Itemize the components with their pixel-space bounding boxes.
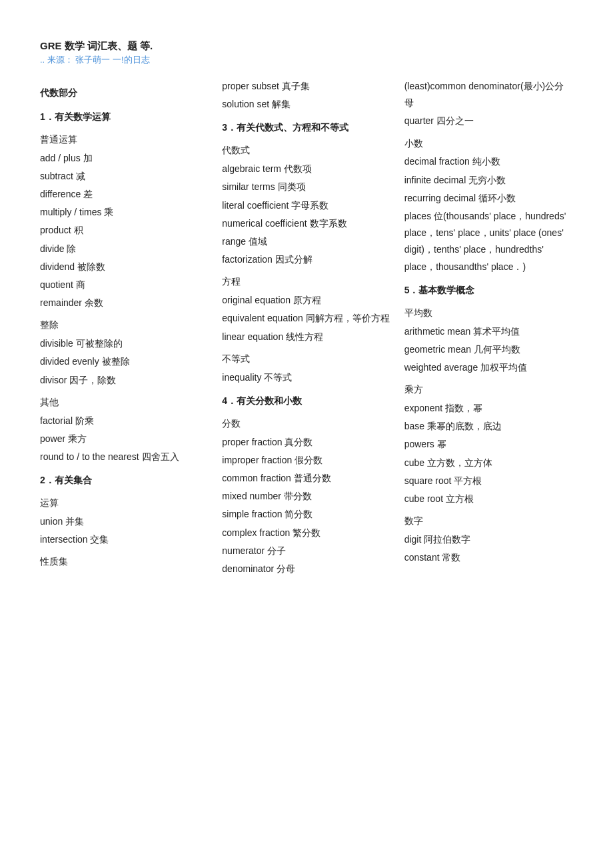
entry: decimal fraction 纯小数 bbox=[404, 153, 573, 170]
entry: cube root 立方根 bbox=[404, 491, 573, 507]
section-heading: 3．有关代数式、方程和不等式 bbox=[222, 119, 390, 137]
entry: subtract 减 bbox=[40, 168, 209, 185]
entry: factorization 因式分解 bbox=[222, 251, 390, 268]
entry: complex fraction 繁分数 bbox=[222, 525, 390, 541]
entry: infinite decimal 无穷小数 bbox=[404, 172, 573, 189]
column-1: 代数部分1．有关数学运算普通运算add / plus 加subtract 减di… bbox=[40, 78, 222, 572]
entry: places 位(thousands' place，hundreds' plac… bbox=[404, 208, 573, 275]
entry: recurring decimal 循环小数 bbox=[404, 190, 573, 207]
sub-heading: 分数 bbox=[222, 415, 390, 433]
entry: quotient 商 bbox=[40, 277, 209, 293]
entry: (least)common denominator(最小)公分母 bbox=[404, 78, 573, 111]
entry: power 乘方 bbox=[40, 431, 209, 447]
column-2: proper subset 真子集solution set 解集3．有关代数式、… bbox=[222, 78, 404, 579]
entry: numerator 分子 bbox=[222, 543, 390, 559]
sub-heading: 数字 bbox=[404, 513, 573, 530]
entry: base 乘幂的底数，底边 bbox=[404, 418, 573, 435]
entry: intersection 交集 bbox=[40, 531, 209, 548]
entry: inequality 不等式 bbox=[222, 369, 390, 386]
entry: cube 立方数，立方体 bbox=[404, 455, 573, 471]
entry: factorial 阶乘 bbox=[40, 413, 209, 429]
entry: exponent 指数，幂 bbox=[404, 400, 573, 417]
entry: range 值域 bbox=[222, 233, 390, 250]
entry: solution set 解集 bbox=[222, 96, 390, 113]
entry: round to / to the nearest 四舍五入 bbox=[40, 449, 209, 465]
sub-heading: 不等式 bbox=[222, 351, 390, 368]
section-heading: 4．有关分数和小数 bbox=[222, 393, 390, 410]
entry: dividend 被除数 bbox=[40, 259, 209, 275]
entry: union 并集 bbox=[40, 513, 209, 530]
entry: powers 幂 bbox=[404, 436, 573, 453]
header-source[interactable]: .. 来源： 张子萌一 一!的日志 bbox=[40, 54, 573, 66]
header-title: GRE 数学 词汇表、题 等. bbox=[40, 40, 153, 51]
entry: divisible 可被整除的 bbox=[40, 335, 209, 352]
entry: proper subset 真子集 bbox=[222, 78, 390, 95]
entry: similar terms 同类项 bbox=[222, 179, 390, 195]
entry: divide 除 bbox=[40, 241, 209, 257]
entry: quarter 四分之一 bbox=[404, 113, 573, 129]
sub-heading: 小数 bbox=[404, 135, 573, 153]
sub-heading: 运算 bbox=[40, 495, 209, 512]
sub-heading: 性质集 bbox=[40, 553, 209, 571]
entry: multiply / times 乘 bbox=[40, 204, 209, 221]
entry: mixed number 带分数 bbox=[222, 488, 390, 505]
entry: divided evenly 被整除 bbox=[40, 353, 209, 370]
entry: equivalent equation 同解方程，等价方程 bbox=[222, 310, 390, 327]
sub-heading: 代数式 bbox=[222, 142, 390, 159]
sub-heading: 其他 bbox=[40, 394, 209, 411]
entry: common fraction 普通分数 bbox=[222, 470, 390, 487]
entry: digit 阿拉伯数字 bbox=[404, 531, 573, 548]
entry: simple fraction 简分数 bbox=[222, 506, 390, 523]
entry: remainder 余数 bbox=[40, 295, 209, 311]
entry: difference 差 bbox=[40, 186, 209, 203]
column-3: (least)common denominator(最小)公分母quarter … bbox=[404, 78, 573, 567]
sub-heading: 平均数 bbox=[404, 305, 573, 322]
sub-heading: 乘方 bbox=[404, 381, 573, 399]
section-heading: 2．有关集合 bbox=[40, 472, 209, 489]
entry: weighted average 加权平均值 bbox=[404, 359, 573, 376]
entry: algebraic term 代数项 bbox=[222, 161, 390, 177]
entry: geometric mean 几何平均数 bbox=[404, 341, 573, 358]
entry: original equation 原方程 bbox=[222, 292, 390, 309]
section-heading: 5．基本数学概念 bbox=[404, 282, 573, 299]
section-heading: 1．有关数学运算 bbox=[40, 109, 209, 126]
entry: product 积 bbox=[40, 222, 209, 239]
entry: add / plus 加 bbox=[40, 150, 209, 167]
entry: divisor 因子，除数 bbox=[40, 372, 209, 389]
entry: literal coefficient 字母系数 bbox=[222, 197, 390, 214]
sub-heading: 整除 bbox=[40, 317, 209, 334]
entry: denominator 分母 bbox=[222, 561, 390, 577]
entry: linear equation 线性方程 bbox=[222, 329, 390, 345]
sub-heading: 方程 bbox=[222, 273, 390, 291]
header: GRE 数学 词汇表、题 等. .. 来源： 张子萌一 一!的日志 bbox=[40, 40, 573, 66]
section-heading: 代数部分 bbox=[40, 85, 209, 102]
entry: proper fraction 真分数 bbox=[222, 434, 390, 451]
entry: arithmetic mean 算术平均值 bbox=[404, 323, 573, 340]
sub-heading: 普通运算 bbox=[40, 131, 209, 149]
entry: constant 常数 bbox=[404, 549, 573, 566]
page: GRE 数学 词汇表、题 等. .. 来源： 张子萌一 一!的日志 代数部分1．… bbox=[0, 0, 613, 619]
entry: improper fraction 假分数 bbox=[222, 452, 390, 469]
columns: 代数部分1．有关数学运算普通运算add / plus 加subtract 减di… bbox=[40, 78, 573, 579]
entry: square root 平方根 bbox=[404, 473, 573, 489]
entry: numerical coefficient 数字系数 bbox=[222, 215, 390, 232]
